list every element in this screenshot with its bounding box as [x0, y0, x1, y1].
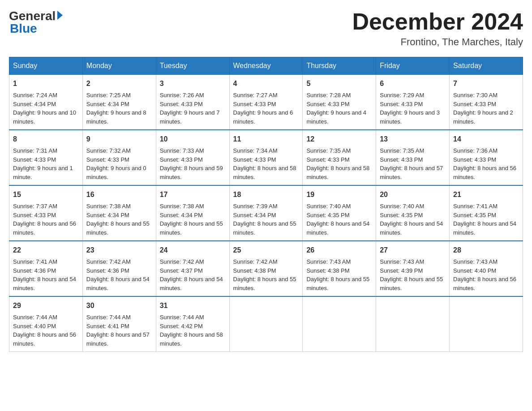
calendar-cell: 5 Sunrise: 7:28 AM Sunset: 4:33 PM Dayli…: [303, 75, 376, 130]
sunrise-label: Sunrise: 7:38 AM: [160, 203, 204, 210]
calendar-cell: 10 Sunrise: 7:33 AM Sunset: 4:33 PM Dayl…: [156, 130, 229, 185]
sunrise-label: Sunrise: 7:25 AM: [86, 92, 131, 98]
sunset-label: Sunset: 4:33 PM: [306, 156, 349, 163]
sunrise-label: Sunrise: 7:33 AM: [160, 147, 204, 154]
sunrise-label: Sunrise: 7:41 AM: [13, 258, 57, 265]
daylight-label: Daylight: 8 hours and 55 minutes.: [233, 220, 296, 236]
sunset-label: Sunset: 4:36 PM: [86, 267, 129, 274]
sunrise-label: Sunrise: 7:34 AM: [233, 147, 278, 154]
day-number: 17: [160, 189, 226, 200]
header-tuesday: Tuesday: [156, 57, 229, 75]
calendar-cell: 13 Sunrise: 7:35 AM Sunset: 4:33 PM Dayl…: [376, 130, 450, 185]
page-header: General Blue December 2024 Frontino, The…: [9, 9, 523, 48]
calendar-cell: 20 Sunrise: 7:40 AM Sunset: 4:35 PM Dayl…: [376, 185, 450, 241]
sunset-label: Sunset: 4:33 PM: [160, 156, 203, 163]
day-number: 10: [160, 134, 226, 145]
day-number: 4: [233, 78, 299, 89]
day-number: 11: [233, 134, 299, 145]
sunset-label: Sunset: 4:36 PM: [13, 267, 56, 274]
calendar-week-3: 15 Sunrise: 7:37 AM Sunset: 4:33 PM Dayl…: [9, 185, 523, 241]
daylight-label: Daylight: 9 hours and 6 minutes.: [233, 109, 293, 125]
day-number: 7: [453, 78, 519, 89]
calendar-cell: 28 Sunrise: 7:43 AM Sunset: 4:40 PM Dayl…: [450, 241, 523, 296]
calendar-week-4: 22 Sunrise: 7:41 AM Sunset: 4:36 PM Dayl…: [9, 241, 523, 296]
sunset-label: Sunset: 4:40 PM: [453, 267, 496, 274]
calendar-header-row: Sunday Monday Tuesday Wednesday Thursday…: [9, 57, 523, 75]
day-number: 19: [306, 189, 372, 200]
daylight-label: Daylight: 8 hours and 56 minutes.: [453, 165, 516, 180]
sunset-label: Sunset: 4:39 PM: [380, 267, 423, 274]
sunrise-label: Sunrise: 7:41 AM: [453, 203, 498, 210]
day-number: 29: [13, 300, 79, 311]
calendar-cell: 27 Sunrise: 7:43 AM Sunset: 4:39 PM Dayl…: [376, 241, 450, 296]
daylight-label: Daylight: 8 hours and 59 minutes.: [160, 165, 223, 180]
calendar-week-5: 29 Sunrise: 7:44 AM Sunset: 4:40 PM Dayl…: [9, 296, 523, 352]
calendar-cell: [450, 296, 523, 352]
sunset-label: Sunset: 4:33 PM: [380, 101, 423, 107]
daylight-label: Daylight: 8 hours and 55 minutes.: [306, 276, 369, 291]
daylight-label: Daylight: 8 hours and 58 minutes.: [306, 165, 369, 180]
daylight-label: Daylight: 8 hours and 54 minutes.: [160, 276, 223, 291]
daylight-label: Daylight: 9 hours and 4 minutes.: [306, 109, 366, 125]
sunrise-label: Sunrise: 7:42 AM: [160, 258, 204, 265]
sunset-label: Sunset: 4:35 PM: [453, 212, 496, 218]
calendar-cell: 31 Sunrise: 7:44 AM Sunset: 4:42 PM Dayl…: [156, 296, 229, 352]
daylight-label: Daylight: 8 hours and 54 minutes.: [86, 276, 150, 291]
logo: General Blue: [9, 9, 63, 36]
sunset-label: Sunset: 4:33 PM: [453, 156, 496, 163]
calendar-cell: [376, 296, 450, 352]
sunset-label: Sunset: 4:35 PM: [380, 212, 423, 218]
sunrise-label: Sunrise: 7:35 AM: [306, 147, 351, 154]
day-number: 15: [13, 189, 79, 200]
day-number: 6: [380, 78, 446, 89]
header-sunday: Sunday: [9, 57, 83, 75]
calendar-cell: 8 Sunrise: 7:31 AM Sunset: 4:33 PM Dayli…: [9, 130, 83, 185]
sunrise-label: Sunrise: 7:37 AM: [13, 203, 57, 210]
sunrise-label: Sunrise: 7:38 AM: [86, 203, 131, 210]
sunset-label: Sunset: 4:33 PM: [380, 156, 423, 163]
location-title: Frontino, The Marches, Italy: [352, 36, 523, 48]
day-number: 24: [160, 245, 226, 256]
sunset-label: Sunset: 4:42 PM: [160, 323, 203, 330]
day-number: 9: [86, 134, 152, 145]
day-number: 27: [380, 245, 446, 256]
calendar-table: Sunday Monday Tuesday Wednesday Thursday…: [9, 57, 523, 352]
calendar-cell: 25 Sunrise: 7:42 AM Sunset: 4:38 PM Dayl…: [229, 241, 303, 296]
sunrise-label: Sunrise: 7:44 AM: [13, 314, 57, 321]
sunrise-label: Sunrise: 7:42 AM: [86, 258, 131, 265]
day-number: 31: [160, 300, 226, 311]
sunrise-label: Sunrise: 7:27 AM: [233, 92, 278, 98]
sunset-label: Sunset: 4:34 PM: [86, 212, 129, 218]
day-number: 25: [233, 245, 299, 256]
title-block: December 2024 Frontino, The Marches, Ita…: [352, 9, 523, 48]
daylight-label: Daylight: 9 hours and 2 minutes.: [453, 109, 513, 125]
calendar-cell: 11 Sunrise: 7:34 AM Sunset: 4:33 PM Dayl…: [229, 130, 303, 185]
day-number: 5: [306, 78, 372, 89]
daylight-label: Daylight: 8 hours and 54 minutes.: [13, 276, 76, 291]
daylight-label: Daylight: 8 hours and 55 minutes.: [380, 276, 443, 291]
sunrise-label: Sunrise: 7:43 AM: [306, 258, 351, 265]
daylight-label: Daylight: 8 hours and 56 minutes.: [13, 331, 76, 347]
calendar-cell: 14 Sunrise: 7:36 AM Sunset: 4:33 PM Dayl…: [450, 130, 523, 185]
daylight-label: Daylight: 8 hours and 57 minutes.: [380, 165, 443, 180]
day-number: 30: [86, 300, 152, 311]
sunrise-label: Sunrise: 7:44 AM: [160, 314, 204, 321]
sunset-label: Sunset: 4:41 PM: [86, 323, 129, 330]
header-saturday: Saturday: [450, 57, 523, 75]
sunset-label: Sunset: 4:37 PM: [160, 267, 203, 274]
daylight-label: Daylight: 9 hours and 10 minutes.: [13, 109, 76, 125]
sunrise-label: Sunrise: 7:29 AM: [380, 92, 424, 98]
sunrise-label: Sunrise: 7:42 AM: [233, 258, 278, 265]
sunrise-label: Sunrise: 7:39 AM: [233, 203, 278, 210]
calendar-cell: 16 Sunrise: 7:38 AM Sunset: 4:34 PM Dayl…: [82, 185, 156, 241]
calendar-week-2: 8 Sunrise: 7:31 AM Sunset: 4:33 PM Dayli…: [9, 130, 523, 185]
day-number: 18: [233, 189, 299, 200]
day-number: 21: [453, 189, 519, 200]
day-number: 12: [306, 134, 372, 145]
sunrise-label: Sunrise: 7:31 AM: [13, 147, 57, 154]
sunrise-label: Sunrise: 7:35 AM: [380, 147, 424, 154]
header-wednesday: Wednesday: [229, 57, 303, 75]
sunrise-label: Sunrise: 7:40 AM: [380, 203, 424, 210]
day-number: 20: [380, 189, 446, 200]
daylight-label: Daylight: 9 hours and 7 minutes.: [160, 109, 220, 125]
